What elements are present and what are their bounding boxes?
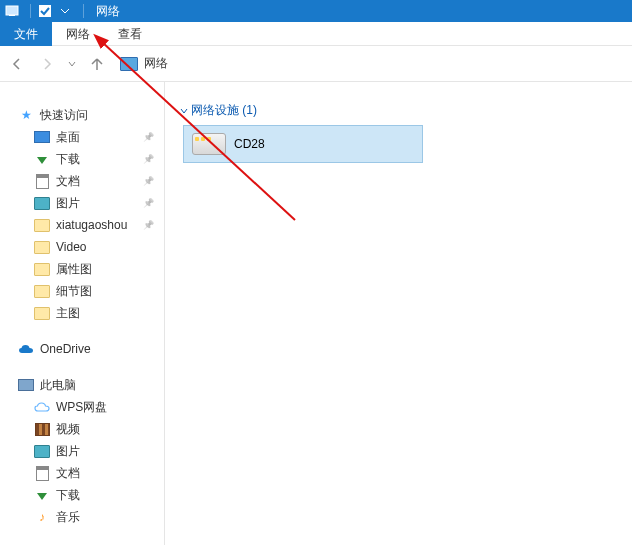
category-header[interactable]: 网络设施 (1)	[173, 100, 624, 125]
titlebar-separator	[30, 4, 31, 18]
sidebar-item-detail[interactable]: 细节图	[8, 280, 164, 302]
sidebar-item-label: 文档	[56, 173, 80, 190]
sidebar-quickaccess[interactable]: ★ 快速访问	[8, 104, 164, 126]
sidebar-item-music[interactable]: ♪音乐	[8, 506, 164, 528]
breadcrumb-root[interactable]: 网络	[144, 55, 168, 72]
sidebar-onedrive[interactable]: OneDrive	[8, 338, 164, 360]
sidebar-item-videos[interactable]: 视频	[8, 418, 164, 440]
desktop-icon	[34, 129, 50, 145]
nav-forward-button[interactable]	[36, 53, 58, 75]
device-tile[interactable]: CD28	[183, 125, 423, 163]
sidebar-onedrive-label: OneDrive	[40, 342, 91, 356]
sidebar-item-label: Video	[56, 240, 86, 254]
network-app-icon	[4, 3, 20, 19]
document-icon	[34, 465, 50, 481]
sidebar-item-label: 桌面	[56, 129, 80, 146]
sidebar-item-label: WPS网盘	[56, 399, 107, 416]
svg-rect-0	[6, 6, 18, 15]
sidebar: ★ 快速访问 桌面 下载 文档 图片 xiatugaoshou Video 属性…	[0, 82, 165, 545]
nav-up-button[interactable]	[86, 53, 108, 75]
device-name: CD28	[234, 137, 265, 151]
titlebar-separator	[83, 4, 84, 18]
sidebar-item-label: xiatugaoshou	[56, 218, 127, 232]
window-title: 网络	[96, 3, 120, 20]
sidebar-item-downloads2[interactable]: 下载	[8, 484, 164, 506]
sidebar-item-main[interactable]: 主图	[8, 302, 164, 324]
tab-view[interactable]: 查看	[104, 22, 156, 46]
tab-file-label: 文件	[14, 26, 38, 43]
sidebar-item-pictures[interactable]: 图片	[8, 192, 164, 214]
picture-icon	[34, 443, 50, 459]
pc-icon	[18, 377, 34, 393]
wps-cloud-icon	[34, 399, 50, 415]
sidebar-item-label: 图片	[56, 443, 80, 460]
sidebar-item-documents2[interactable]: 文档	[8, 462, 164, 484]
nav-bar: 网络	[0, 46, 632, 82]
sidebar-item-documents[interactable]: 文档	[8, 170, 164, 192]
sidebar-item-xiatugaoshou[interactable]: xiatugaoshou	[8, 214, 164, 236]
sidebar-item-label: 细节图	[56, 283, 92, 300]
network-icon	[120, 57, 138, 71]
sidebar-group-onedrive: OneDrive	[0, 338, 164, 360]
sidebar-item-label: 图片	[56, 195, 80, 212]
cloud-icon	[18, 341, 34, 357]
folder-icon	[34, 217, 50, 233]
sidebar-group-quickaccess: ★ 快速访问 桌面 下载 文档 图片 xiatugaoshou Video 属性…	[0, 104, 164, 324]
sidebar-item-desktop[interactable]: 桌面	[8, 126, 164, 148]
ribbon-tabs: 文件 网络 查看	[0, 22, 632, 46]
sidebar-item-label: 下载	[56, 151, 80, 168]
picture-icon	[34, 195, 50, 211]
sidebar-item-pictures2[interactable]: 图片	[8, 440, 164, 462]
sidebar-item-downloads[interactable]: 下载	[8, 148, 164, 170]
sidebar-group-thispc: 此电脑 WPS网盘 视频 图片 文档 下载 ♪音乐	[0, 374, 164, 528]
sidebar-item-label: 视频	[56, 421, 80, 438]
svg-rect-1	[9, 15, 15, 16]
sidebar-item-label: 属性图	[56, 261, 92, 278]
sidebar-thispc-label: 此电脑	[40, 377, 76, 394]
body: ★ 快速访问 桌面 下载 文档 图片 xiatugaoshou Video 属性…	[0, 82, 632, 545]
tab-network[interactable]: 网络	[52, 22, 104, 46]
title-bar: 网络	[0, 0, 632, 22]
svg-rect-2	[39, 5, 51, 17]
star-icon: ★	[18, 107, 34, 123]
dropdown-icon[interactable]	[57, 3, 73, 19]
sidebar-item-video[interactable]: Video	[8, 236, 164, 258]
nav-history-dropdown[interactable]	[66, 53, 78, 75]
sidebar-item-label: 文档	[56, 465, 80, 482]
download-icon	[34, 151, 50, 167]
folder-icon	[34, 239, 50, 255]
sidebar-item-attr[interactable]: 属性图	[8, 258, 164, 280]
category-label: 网络设施 (1)	[191, 102, 257, 119]
sidebar-item-label: 主图	[56, 305, 80, 322]
folder-icon	[34, 261, 50, 277]
document-icon	[34, 173, 50, 189]
tab-network-label: 网络	[66, 26, 90, 43]
tab-view-label: 查看	[118, 26, 142, 43]
folder-icon	[34, 283, 50, 299]
chevron-down-icon	[179, 106, 189, 116]
nav-back-button[interactable]	[6, 53, 28, 75]
download-icon	[34, 487, 50, 503]
film-icon	[34, 421, 50, 437]
sidebar-item-label: 下载	[56, 487, 80, 504]
music-icon: ♪	[34, 509, 50, 525]
sidebar-item-label: 音乐	[56, 509, 80, 526]
router-icon	[192, 133, 226, 155]
folder-icon	[34, 305, 50, 321]
sidebar-thispc[interactable]: 此电脑	[8, 374, 164, 396]
sidebar-item-wps[interactable]: WPS网盘	[8, 396, 164, 418]
checkbox-icon[interactable]	[37, 3, 53, 19]
tab-file[interactable]: 文件	[0, 22, 52, 46]
address-bar[interactable]: 网络	[116, 52, 626, 76]
sidebar-quickaccess-label: 快速访问	[40, 107, 88, 124]
content-pane[interactable]: 网络设施 (1) CD28	[165, 82, 632, 545]
